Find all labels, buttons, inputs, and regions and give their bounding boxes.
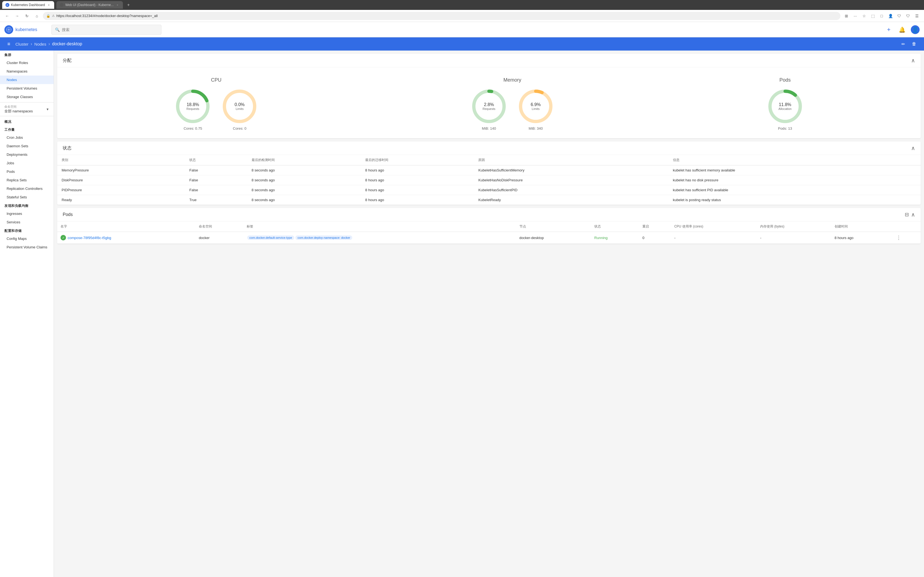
- sidebar-item-cron-jobs[interactable]: Cron Jobs: [0, 133, 53, 142]
- pods-card: Pods ⊟ ∧ 名字 命名空间 标签 节点 状态 重启 CPU 使用率 (co…: [57, 208, 921, 244]
- status-info-cell: kubelet has sufficient memory available: [669, 165, 921, 175]
- star-icon[interactable]: ☆: [860, 12, 868, 20]
- mem-requests-percent: 2.8%: [483, 102, 495, 107]
- tab-title: Kubernetes Dashboard: [11, 3, 45, 7]
- memory-charts-row: 2.8% Requests MiB: 140: [471, 89, 554, 131]
- namespace-chevron-icon: ▼: [46, 108, 49, 111]
- delete-button[interactable]: 🗑: [910, 40, 919, 48]
- sidebar-item-jobs[interactable]: Jobs: [0, 159, 53, 167]
- sidebar-item-pods[interactable]: Pods: [0, 167, 53, 176]
- pod-mem-cell: -: [757, 232, 831, 244]
- tab-kubernetes-dashboard[interactable]: K Kubernetes Dashboard ×: [2, 1, 54, 9]
- sidebar-item-cluster-roles[interactable]: Cluster Roles: [0, 58, 53, 67]
- sidebar-item-storage-classes[interactable]: Storage Classes: [0, 93, 53, 101]
- account-sync-icon[interactable]: 👤: [887, 12, 894, 20]
- adblock-icon[interactable]: 🛡: [904, 12, 912, 20]
- pod-running-badge: Running: [594, 236, 607, 240]
- sidebar-item-replication-controllers[interactable]: Replication Controllers: [0, 184, 53, 193]
- storage-classes-label: Storage Classes: [6, 95, 33, 99]
- allocation-card: 分配 ∧ CPU: [57, 54, 921, 138]
- pod-status-cell: Running: [591, 232, 639, 244]
- pods-col-mem: 内存使用 (bytes): [757, 221, 831, 232]
- status-type-cell: DiskPressure: [57, 175, 185, 185]
- filter-icon[interactable]: ⊟: [905, 211, 909, 218]
- status-collapse-button[interactable]: ∧: [911, 145, 915, 152]
- home-button[interactable]: ⌂: [33, 12, 41, 20]
- status-card: 状态 ∧ 类别 状态 最后的检测时间 最后的迁移时间 原因 信息 MemoryP…: [57, 142, 921, 205]
- pod-more-icon[interactable]: ⋮: [896, 235, 901, 240]
- status-last-migrate-cell: 8 hours ago: [361, 185, 474, 195]
- status-reason-cell: KubeletHasSufficientMemory: [474, 165, 668, 175]
- namespaces-label: Namespaces: [6, 69, 27, 73]
- sidebar-item-ingresses[interactable]: Ingresses: [0, 210, 53, 218]
- mem-requests-label: Requests: [483, 107, 495, 110]
- url-bar[interactable]: 🔒 ⚠ https://localhost:31234/#/node/docke…: [43, 12, 840, 20]
- cpu-limits-donut: 0.0% Limits: [222, 89, 257, 124]
- sidebar-item-config-maps[interactable]: Config Maps: [0, 234, 53, 243]
- label-chip: com.docker.default-service-type: [247, 235, 294, 240]
- breadcrumb-current: docker-desktop: [52, 42, 82, 47]
- new-tab-button[interactable]: +: [125, 2, 132, 8]
- sidebar-item-persistent-volume-claims[interactable]: Persistent Volume Claims: [0, 243, 53, 251]
- shield-protection-icon[interactable]: 🛡: [895, 12, 903, 20]
- sidebar-item-stateful-sets[interactable]: Stateful Sets: [0, 193, 53, 201]
- status-table-header-row: 类别 状态 最后的检测时间 最后的迁移时间 原因 信息: [57, 155, 921, 165]
- add-button[interactable]: +: [884, 25, 893, 34]
- config-section-label: 配置和存储: [0, 226, 53, 234]
- status-last-migrate-cell: 8 hours ago: [361, 165, 474, 175]
- account-button[interactable]: 👤: [911, 25, 919, 34]
- mem-requests-donut: 2.8% Requests: [471, 89, 507, 124]
- sidebar-item-namespaces[interactable]: Namespaces: [0, 67, 53, 76]
- status-type-cell: MemoryPressure: [57, 165, 185, 175]
- tab2-title: Web UI (Dashboard) - Kuberne...: [65, 3, 113, 7]
- allocation-card-header: 分配 ∧: [57, 54, 921, 67]
- pod-name-link[interactable]: compose-78f95d4f8c-t5gbg: [68, 236, 111, 240]
- memory-chart-group: Memory 2.8% Requ: [471, 77, 554, 131]
- edit-button[interactable]: ✏: [899, 40, 908, 48]
- more-options-button[interactable]: ···: [851, 12, 859, 20]
- search-input[interactable]: [62, 27, 158, 32]
- pods-col-name: 名字: [57, 221, 195, 232]
- mem-limits-label: Limits: [531, 107, 541, 110]
- pods-col-restarts: 重启: [639, 221, 671, 232]
- back-button[interactable]: ←: [3, 12, 11, 20]
- replica-sets-label: Replica Sets: [6, 178, 27, 182]
- tab-close-button[interactable]: ×: [47, 3, 51, 7]
- extensions-icon[interactable]: ⬚: [869, 12, 877, 20]
- breadcrumb-nodes[interactable]: Nodes: [34, 42, 46, 47]
- reload-button[interactable]: ↻: [23, 12, 31, 20]
- pod-labels-cell: com.docker.default-service-typecom.docke…: [243, 232, 516, 244]
- allocation-collapse-button[interactable]: ∧: [911, 57, 915, 64]
- cpu-limits-subtitle: Cores: 0: [233, 126, 246, 131]
- sidebar-item-replica-sets[interactable]: Replica Sets: [0, 176, 53, 184]
- notifications-button[interactable]: 🔔: [898, 25, 906, 34]
- breadcrumb-cluster[interactable]: Cluster: [15, 42, 29, 47]
- namespace-selector[interactable]: 命名空间 全部 namespaces ▼: [0, 102, 53, 116]
- status-last-check-cell: 8 seconds ago: [247, 175, 361, 185]
- sidebar-item-nodes[interactable]: Nodes: [0, 76, 53, 84]
- cpu-limits-label: Limits: [234, 107, 244, 110]
- address-bar: ← → ↻ ⌂ 🔒 ⚠ https://localhost:31234/#/no…: [0, 10, 924, 22]
- bookmarks-icon[interactable]: ⊞: [843, 12, 850, 20]
- forward-button[interactable]: →: [13, 12, 21, 20]
- pod-node-cell: docker-desktop: [516, 232, 591, 244]
- pods-collapse-button[interactable]: ∧: [911, 211, 915, 218]
- reader-mode-icon[interactable]: □: [878, 12, 885, 20]
- sidebar-item-daemon-sets[interactable]: Daemon Sets: [0, 142, 53, 150]
- sidebar-item-deployments[interactable]: Deployments: [0, 150, 53, 159]
- sidebar-item-persistent-volumes[interactable]: Persistent Volumes: [0, 84, 53, 93]
- tab-web-ui[interactable]: Web UI (Dashboard) - Kuberne... ×: [57, 1, 123, 9]
- browser-menu-button[interactable]: ☰: [913, 12, 921, 20]
- table-row: PIDPressure False 8 seconds ago 8 hours …: [57, 185, 921, 195]
- pods-table: 名字 命名空间 标签 节点 状态 重启 CPU 使用率 (cores) 内存使用…: [57, 221, 921, 244]
- kubernetes-logo[interactable]: kubernetes: [5, 25, 37, 34]
- tab2-close-button[interactable]: ×: [115, 3, 120, 7]
- status-title: 状态: [63, 145, 71, 151]
- status-reason-cell: KubeletReady: [474, 195, 668, 205]
- sidebar-toggle-button[interactable]: ≡: [5, 41, 12, 47]
- col-last-check-header: 最后的检测时间: [247, 155, 361, 165]
- label-chip: com.docker.deploy-namespace: docker: [296, 235, 352, 240]
- table-row: MemoryPressure False 8 seconds ago 8 hou…: [57, 165, 921, 175]
- sidebar-item-services[interactable]: Services: [0, 218, 53, 226]
- global-search-bar[interactable]: 🔍: [52, 25, 162, 35]
